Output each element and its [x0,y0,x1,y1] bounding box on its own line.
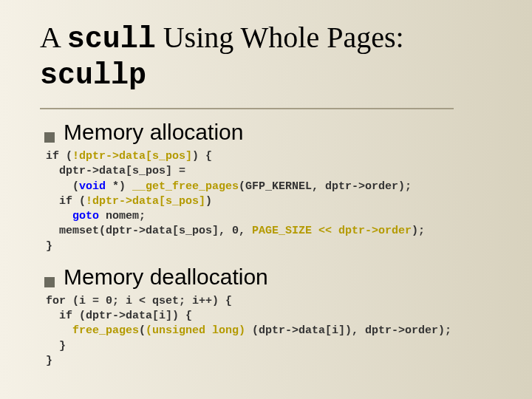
code-token: (GFP_KERNEL, dptr->order); [239,180,412,193]
bullet-item: Memory allocation [44,120,499,145]
code-token [46,210,72,222]
code-token: !dptr->data[s_pos] [72,150,192,163]
code-token: free_pages [72,324,139,337]
title-code-1: scull [67,23,156,56]
code-token: ) { [192,150,212,163]
code-token: } [46,355,52,367]
code-token: if ( [46,195,86,208]
code-token: if ( [46,150,72,163]
square-bullet-icon [44,277,55,287]
code-block-allocation: if (!dptr->data[s_pos]) { dptr->data[s_p… [46,149,499,254]
slide: A scull Using Whole Pages: scullp Memory… [0,0,532,399]
bullet-item: Memory deallocation [44,265,499,290]
code-token: void [79,180,106,193]
bullet-heading: Memory allocation [64,120,243,145]
code-token: memset(dptr->data[s_pos], 0, [46,225,252,237]
title-underline [40,108,454,109]
slide-content: Memory allocation if (!dptr->data[s_pos]… [40,120,499,369]
code-block-deallocation: for (i = 0; i < qset; i++) { if (dptr->d… [46,294,499,369]
code-token: } [46,340,66,352]
code-token: ( [139,324,146,337]
title-text-mid: Using Whole Pages: [156,21,404,54]
code-token: __get_free_pages [132,180,239,193]
slide-title: A scull Using Whole Pages: scullp [40,21,499,100]
bullet-heading: Memory deallocation [64,265,268,290]
code-token: ( [46,180,79,193]
code-token: (unsigned long) [146,324,245,337]
title-code-2: scullp [40,59,146,92]
code-token: if (dptr->data[i]) { [46,310,192,322]
code-token: for (i = 0; i < qset; i++) { [46,295,232,307]
code-token: dptr->data[s_pos] = [46,165,185,177]
code-token: (dptr->data[i]), dptr->order); [245,324,451,337]
code-token: *) [106,180,132,193]
title-text-pre: A [40,21,67,54]
code-token: goto [72,210,99,222]
code-token [46,324,72,337]
code-token: } [46,240,52,253]
code-token: nomem; [99,210,146,222]
code-token: !dptr->data[s_pos] [86,195,205,208]
code-token: ) [205,195,212,208]
square-bullet-icon [44,132,55,143]
code-token: PAGE_SIZE << dptr->order [252,225,412,237]
code-token: ); [412,225,425,237]
